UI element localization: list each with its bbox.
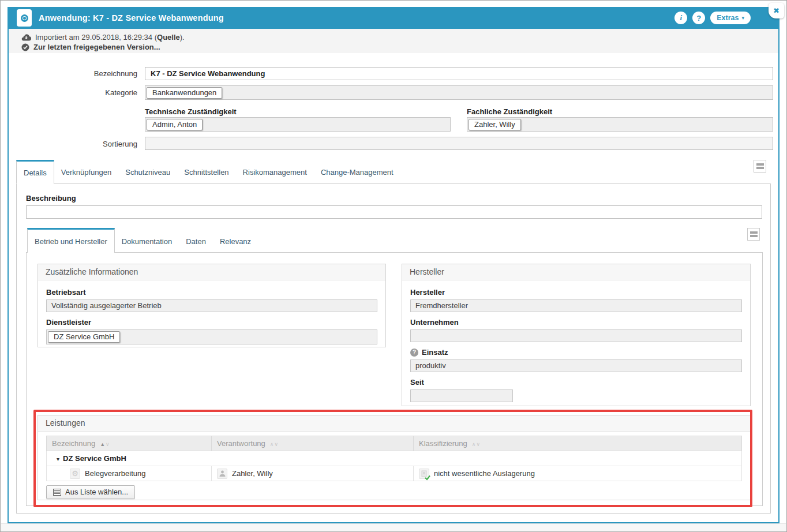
close-icon: ✖ xyxy=(773,6,779,15)
subtab-layout-toggle-button[interactable] xyxy=(747,228,760,241)
technische-zustaendigkeit-chip[interactable]: Admin, Anton xyxy=(147,119,203,130)
fachliche-zustaendigkeit-chip[interactable]: Zahler, Willy xyxy=(469,119,521,130)
dienstleister-chip[interactable]: DZ Service GmbH xyxy=(48,331,120,343)
help-icon[interactable]: ? xyxy=(692,12,705,24)
bezeichnung-input[interactable] xyxy=(145,67,773,80)
sort-icons[interactable]: ∧∨ xyxy=(270,441,279,447)
window-title: Anwendung: K7 - DZ Service Webanwendung xyxy=(39,13,224,23)
app-window: Anwendung: K7 - DZ Service Webanwendung … xyxy=(8,7,779,523)
version-line: Zur letzten freigegebenen Version... xyxy=(21,43,766,51)
unternehmen-field xyxy=(410,329,742,342)
unternehmen-label: Unternehmen xyxy=(410,318,742,327)
aus-liste-waehlen-button[interactable]: Aus Liste wählen... xyxy=(46,485,135,499)
hersteller-fieldset: Hersteller Hersteller Fremdhersteller Un… xyxy=(402,264,751,406)
person-icon xyxy=(217,469,227,479)
kategorie-chip[interactable]: Bankanwendungen xyxy=(147,87,222,99)
table-row[interactable]: ⚙ Belegverarbeitung xyxy=(47,466,742,481)
horizontal-scrollbar-track[interactable] xyxy=(1,523,786,531)
sort-icons[interactable]: ∧∨ xyxy=(472,441,481,447)
info-icon[interactable]: i xyxy=(674,12,687,24)
application-form: Bezeichnung Kategorie Bankanwendungen Te… xyxy=(9,53,778,158)
fachliche-zustaendigkeit-field[interactable]: Zahler, Willy xyxy=(467,117,773,132)
fieldset-title: Hersteller xyxy=(402,264,750,280)
imported-line: Importiert am 29.05.2018, 16:29:34 (Quel… xyxy=(21,33,766,42)
kategorie-field[interactable]: Bankanwendungen xyxy=(145,85,773,100)
table-header-row: Bezeichnung▲∨ Verantwortung∧∨ Klassifizi… xyxy=(47,436,742,451)
einsatz-label-row: ? Einsatz xyxy=(410,348,742,357)
tab-change-management[interactable]: Change-Management xyxy=(314,159,400,183)
subtab-daten[interactable]: Daten xyxy=(179,228,213,253)
main-tabs: Details Verknüpfungen Schutzniveau Schni… xyxy=(9,158,778,183)
sortierung-input[interactable] xyxy=(145,137,773,150)
imported-text: Importiert am 29.05.2018, 16:29:34 (Quel… xyxy=(35,33,185,42)
sortierung-label: Sortierung xyxy=(32,140,137,148)
subtab-betrieb-und-hersteller[interactable]: Betrieb und Hersteller xyxy=(27,228,115,253)
hersteller-label: Hersteller xyxy=(410,288,742,297)
betriebsart-label: Betriebsart xyxy=(46,288,377,297)
caret-down-icon: ▾ xyxy=(741,15,744,21)
column-verantwortung[interactable]: Verantwortung∧∨ xyxy=(212,436,414,451)
tab-risikomanagement[interactable]: Risikomanagement xyxy=(236,159,314,183)
subtab-relevanz[interactable]: Relevanz xyxy=(213,228,258,253)
close-button[interactable]: ✖ xyxy=(769,3,784,18)
group-row-dz-service[interactable]: ▾DZ Service GmbH xyxy=(47,451,742,466)
betrieb-und-hersteller-panel: Zusätzliche Informationen Betriebsart Vo… xyxy=(26,252,763,506)
layout-toggle-button[interactable] xyxy=(754,160,766,173)
fieldset-title: Leistungen xyxy=(38,415,750,432)
last-released-version-link[interactable]: Zur letzten freigegebenen Version... xyxy=(33,43,160,51)
application-icon xyxy=(17,9,32,27)
page: Anwendung: K7 - DZ Service Webanwendung … xyxy=(0,0,787,532)
classification-check-icon xyxy=(419,469,429,479)
list-icon xyxy=(53,489,61,496)
quelle-link[interactable]: Quelle xyxy=(157,33,180,42)
tab-details[interactable]: Details xyxy=(16,160,54,184)
dienstleister-label: Dienstleister xyxy=(46,318,377,327)
subtab-dokumentation[interactable]: Dokumentation xyxy=(115,228,179,253)
technische-zustaendigkeit-field[interactable]: Admin, Anton xyxy=(145,117,451,132)
leistungen-table: Bezeichnung▲∨ Verantwortung∧∨ Klassifizi… xyxy=(46,436,742,481)
hersteller-field: Fremdhersteller xyxy=(410,299,742,312)
tab-schnittstellen[interactable]: Schnittstellen xyxy=(177,159,235,183)
zusaetzliche-informationen-fieldset: Zusätzliche Informationen Betriebsart Vo… xyxy=(38,264,386,347)
einsatz-label: Einsatz xyxy=(422,348,448,357)
seit-field xyxy=(410,389,513,402)
extras-button[interactable]: Extras ▾ xyxy=(710,12,751,24)
seit-label: Seit xyxy=(410,378,742,387)
beschreibung-input[interactable] xyxy=(26,205,762,219)
leistungen-fieldset: Leistungen Bezeichnung▲∨ Verantw xyxy=(38,415,751,500)
titlebar-actions: i ? Extras ▾ xyxy=(674,12,770,24)
details-panel: Beschreibung Betrieb und Hersteller Doku… xyxy=(16,183,771,514)
check-circle-icon xyxy=(21,43,29,51)
column-klassifizierung[interactable]: Klassifizierung∧∨ xyxy=(414,436,742,451)
beschreibung-label: Beschreibung xyxy=(26,194,76,203)
bezeichnung-label: Bezeichnung xyxy=(32,69,137,78)
tab-verknuepfungen[interactable]: Verknüpfungen xyxy=(54,159,118,183)
import-infobar: Importiert am 29.05.2018, 16:29:34 (Quel… xyxy=(9,29,778,53)
technische-zustaendigkeit-label: Technische Zuständigkeit xyxy=(145,107,237,116)
fachliche-zustaendigkeit-label: Fachliche Zuständigkeit xyxy=(467,107,552,116)
dienstleister-field[interactable]: DZ Service GmbH xyxy=(46,329,377,344)
tab-schutzniveau[interactable]: Schutzniveau xyxy=(118,159,177,183)
titlebar: Anwendung: K7 - DZ Service Webanwendung … xyxy=(9,7,778,29)
column-bezeichnung[interactable]: Bezeichnung▲∨ xyxy=(47,436,212,451)
cloud-import-icon xyxy=(21,33,31,41)
collapse-caret-icon[interactable]: ▾ xyxy=(57,456,59,462)
einsatz-field: produktiv xyxy=(410,359,742,372)
einsatz-help-icon[interactable]: ? xyxy=(410,349,418,357)
service-gear-icon: ⚙ xyxy=(70,469,80,479)
kategorie-label: Kategorie xyxy=(32,88,137,97)
betriebsart-field: Vollständig ausgelagerter Betrieb xyxy=(46,299,377,312)
detail-subtabs: Betrieb und Hersteller Dokumentation Dat… xyxy=(27,227,741,253)
sort-icons[interactable]: ▲∨ xyxy=(100,441,110,447)
fieldset-title: Zusätzliche Informationen xyxy=(38,264,385,280)
